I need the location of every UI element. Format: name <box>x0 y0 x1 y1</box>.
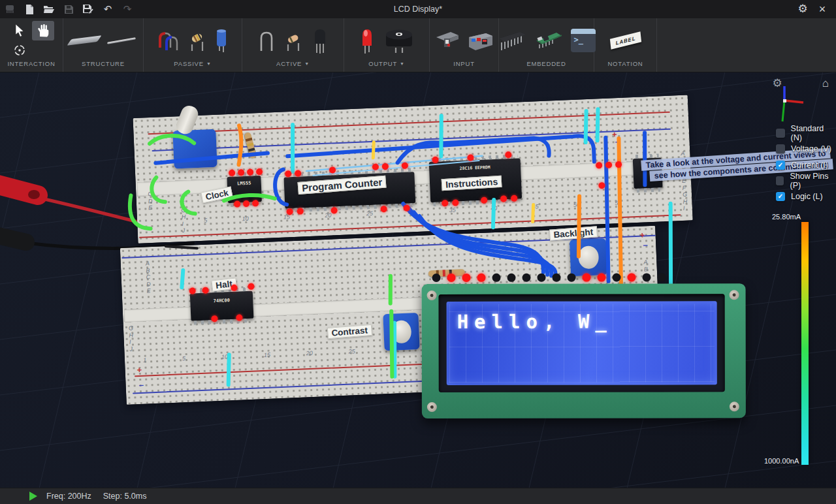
lcd-pin-logic-high <box>628 273 636 281</box>
breadboard-assembly[interactable]: + − + − + − 510152025303540455055 151015… <box>114 93 754 426</box>
lcd-bezel: Hello, W_ <box>439 294 725 392</box>
lcd-pin <box>538 274 546 282</box>
wire-icon[interactable] <box>107 40 136 42</box>
checkbox-logic[interactable]: ✓ <box>776 192 785 201</box>
lcd-display-text: Hello, W_ <box>457 311 613 333</box>
lcd-pin-header <box>432 273 666 282</box>
toolbar-section-active: ACTIVE▼ <box>242 18 344 72</box>
black-probe-handle[interactable] <box>0 234 26 242</box>
lcd-pin-logic-high <box>447 274 456 282</box>
view-option-logic[interactable]: ✓ Logic (L) <box>776 191 823 202</box>
save-as-button[interactable] <box>78 0 98 18</box>
view-option-voltage[interactable]: ✓ Voltage (V) <box>776 144 831 154</box>
checkbox-current[interactable]: ✓ <box>776 161 785 170</box>
view-option-standard[interactable]: ✓ Standard (N) <box>776 128 836 138</box>
lcd-module[interactable]: Hello, W_ <box>422 274 743 418</box>
close-window-button[interactable]: × <box>812 0 832 18</box>
axis-x-red <box>784 101 803 102</box>
axis-origin <box>783 99 786 102</box>
section-label-notation: NOTATION <box>607 60 643 67</box>
terminal-prompt-glyph: >_ <box>574 35 583 44</box>
label-sticker-text: LABEL <box>615 35 636 46</box>
capacitor-icon[interactable] <box>215 27 228 54</box>
play-button[interactable] <box>29 492 37 501</box>
view-option-show-pins[interactable]: ✓ Show Pins (P) <box>776 176 836 186</box>
lcd-screen: Hello, W_ <box>447 301 717 385</box>
check-icon: ✓ <box>778 161 783 170</box>
buzzer-icon[interactable] <box>384 27 414 54</box>
toolbar-section-structure: STRUCTURE <box>63 18 144 72</box>
lcd-pin-logic-high <box>598 274 606 282</box>
step-readout: Step: 5.0ms <box>103 492 147 501</box>
green-wires <box>127 127 394 387</box>
current-scale-max: 25.80mA <box>772 213 801 221</box>
checkbox-standard[interactable]: ✓ <box>776 129 785 138</box>
new-file-button[interactable] <box>20 0 39 18</box>
select-cursor-icon[interactable] <box>14 24 25 37</box>
lcd-pin <box>613 273 621 281</box>
section-label-active: ACTIVE <box>276 60 302 67</box>
toolbar-section-interaction: INTERACTION <box>0 18 63 72</box>
power-supply-icon[interactable] <box>466 29 494 52</box>
microcontroller-icon[interactable] <box>534 29 564 52</box>
lcd-pin <box>507 274 516 282</box>
resistor-icon[interactable] <box>189 27 206 54</box>
diode-icon[interactable] <box>258 27 275 54</box>
lcd-pin-logic-high <box>462 274 471 282</box>
view-option-current[interactable]: ✓ Current (I) <box>776 160 828 170</box>
pan-hand-icon[interactable] <box>32 21 54 40</box>
orbit-focus-icon[interactable] <box>13 44 26 57</box>
active-dropdown-icon[interactable]: ▼ <box>304 60 310 67</box>
lcd-pin <box>643 273 651 281</box>
toolbar-section-input: INPUT <box>430 18 499 72</box>
section-label-output: OUTPUT <box>368 60 397 67</box>
lcd-pin <box>432 274 441 282</box>
toolbar-section-embedded: >_ EMBEDDED <box>499 18 594 72</box>
lcd-pin <box>553 274 561 282</box>
checkbox-show-pins[interactable]: ✓ <box>776 176 784 185</box>
window-titlebar: ↶ ↷ LCD Display* ⚙ × <box>0 0 836 18</box>
led-icon[interactable] <box>359 27 375 54</box>
battery-holder-icon[interactable] <box>435 29 461 52</box>
jumper-wires-icon[interactable] <box>157 28 180 53</box>
section-label-interaction: INTERACTION <box>7 60 55 67</box>
scene-viewport[interactable]: + − + − + − 510152025303540455055 151015… <box>0 72 836 488</box>
transistor-icon[interactable] <box>312 27 329 54</box>
section-label-passive: PASSIVE <box>174 60 204 67</box>
toolbar-section-output: OUTPUT▼ <box>344 18 430 72</box>
undo-button[interactable]: ↶ <box>98 0 118 18</box>
app-logo-icon <box>0 0 20 18</box>
frequency-readout: Freq: 200Hz <box>46 492 91 501</box>
lcd-screw-icon <box>427 291 437 300</box>
lcd-pin-logic-high <box>477 274 486 282</box>
checkbox-voltage[interactable]: ✓ <box>776 144 785 153</box>
open-file-button[interactable] <box>39 0 59 18</box>
lcd-screw-icon <box>427 402 437 412</box>
lcd-pin <box>658 273 666 281</box>
settings-gear-button[interactable]: ⚙ <box>793 0 812 18</box>
section-label-structure: STRUCTURE <box>82 60 125 67</box>
section-label-input: INPUT <box>453 60 475 67</box>
label-sticker-icon[interactable]: LABEL <box>610 35 641 46</box>
current-scale-min: 1000.00nA <box>764 457 799 465</box>
save-button[interactable] <box>59 0 78 18</box>
breadboard-icon[interactable] <box>71 37 98 44</box>
toolbar-spacer <box>657 18 836 72</box>
component-toolbar: INTERACTION STRUCTURE PASSIVE▼ <box>0 18 836 72</box>
axis-gizmo[interactable] <box>763 80 809 125</box>
lcd-pin-logic-high <box>583 274 591 282</box>
code-terminal-icon[interactable]: >_ <box>571 29 596 52</box>
section-label-embedded: EMBEDDED <box>526 60 566 67</box>
output-dropdown-icon[interactable]: ▼ <box>400 60 405 67</box>
lcd-pin <box>568 274 576 282</box>
ic-chip-icon[interactable] <box>498 28 528 53</box>
signal-diode-icon[interactable] <box>284 27 302 54</box>
lcd-screw-icon <box>730 402 739 411</box>
current-scale-bar <box>801 222 809 465</box>
redo-button[interactable]: ↷ <box>118 0 137 18</box>
black-wire <box>166 245 197 249</box>
lcd-pin <box>492 274 501 282</box>
reset-camera-home-button[interactable]: ⌂ <box>819 77 832 90</box>
axis-z-green <box>782 101 784 121</box>
passive-dropdown-icon[interactable]: ▼ <box>206 60 212 67</box>
